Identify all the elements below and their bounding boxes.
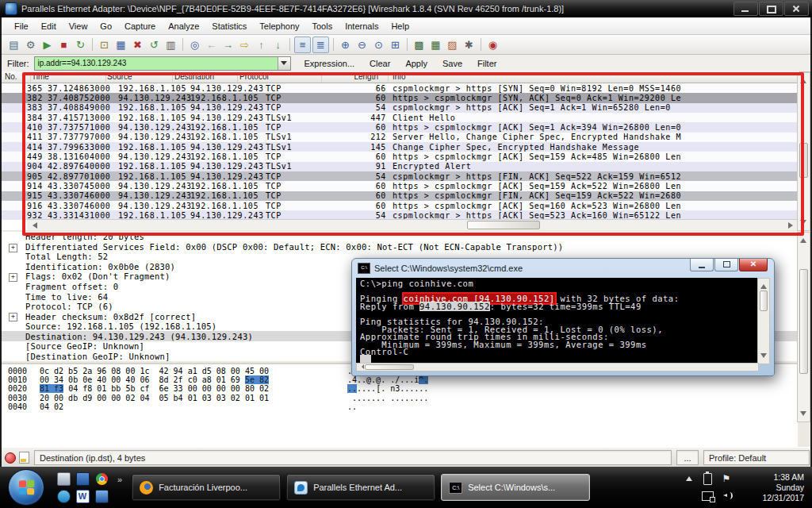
capture-start-icon[interactable]: ▶ xyxy=(40,37,55,52)
menu-go[interactable]: Go xyxy=(94,20,118,33)
display-filters-icon[interactable]: ▦ xyxy=(428,37,443,52)
column-header-source[interactable]: Source xyxy=(107,72,132,81)
colorize-toggle-icon[interactable]: ≡ xyxy=(294,37,311,53)
resize-columns-icon[interactable]: ⊞ xyxy=(388,37,403,52)
expander-icon[interactable] xyxy=(9,273,17,282)
capture-restart-icon[interactable]: ↻ xyxy=(73,37,88,52)
start-button[interactable] xyxy=(8,469,44,506)
packet-row-414[interactable]: 41437.799633000192.168.1.10594.130.129.2… xyxy=(2,142,799,152)
expander-icon[interactable] xyxy=(9,244,17,252)
go-to-packet-icon[interactable]: ⇨ xyxy=(237,37,252,52)
filter-button-save[interactable]: Save xyxy=(441,57,464,70)
parallels-icon[interactable] xyxy=(76,472,90,486)
filter-button-expression[interactable]: Expression... xyxy=(303,57,357,70)
display-icon[interactable] xyxy=(95,490,109,503)
taskbar-overflow-chevron[interactable]: » xyxy=(117,475,122,484)
go-back-icon[interactable]: ← xyxy=(204,37,219,52)
packet-row-384[interactable]: 38437.415713000192.168.1.10594.130.129.2… xyxy=(2,113,799,122)
reload-icon[interactable]: ↺ xyxy=(147,37,162,52)
column-header-info[interactable]: Info xyxy=(393,72,406,81)
menu-telephony[interactable]: Telephony xyxy=(253,20,305,33)
print-icon[interactable]: ▥ xyxy=(163,37,178,52)
hex-row[interactable]: 004004 02.. xyxy=(2,402,798,411)
chrome-icon[interactable] xyxy=(96,473,108,485)
word-icon[interactable] xyxy=(76,490,90,503)
autoscroll-toggle-icon[interactable]: ≣ xyxy=(312,37,329,53)
go-top-icon[interactable]: ↑ xyxy=(254,37,269,52)
capture-options-icon[interactable]: ⚙ xyxy=(23,37,38,52)
help-icon[interactable]: ◉ xyxy=(485,37,500,52)
menu-analyze[interactable]: Analyze xyxy=(162,20,205,33)
packet-row-914[interactable]: 91443.33074500094.130.129.243192.168.1.1… xyxy=(2,181,799,190)
battery-icon[interactable] xyxy=(703,473,712,485)
taskbar-button-2[interactable]: Parallels Ethernet Ad... xyxy=(286,474,435,501)
cmd-close-button[interactable] xyxy=(739,259,768,271)
capture-stop-icon[interactable]: ■ xyxy=(56,37,71,52)
interfaces-icon[interactable]: ▤ xyxy=(6,37,21,52)
preferences-icon[interactable]: ✱ xyxy=(462,37,477,52)
packet-row-410[interactable]: 41037.73757100094.130.129.243192.168.1.1… xyxy=(2,122,799,132)
hex-row[interactable]: 001000 34 0b 0e 40 00 40 06 8d 2f c0 a8 … xyxy=(2,375,798,384)
cmd-maximize-button[interactable] xyxy=(714,259,738,271)
menu-statistics[interactable]: Statistics xyxy=(205,20,253,33)
menu-edit[interactable]: Edit xyxy=(35,20,63,33)
cmd-hscrollbar[interactable] xyxy=(356,363,759,371)
column-header-no[interactable]: No. xyxy=(5,72,17,81)
minimize-button[interactable] xyxy=(733,2,758,16)
zoom-100-icon[interactable]: ⊙ xyxy=(371,37,386,52)
close-file-icon[interactable]: ✖ xyxy=(130,37,145,52)
packet-list-vscrollbar[interactable] xyxy=(797,72,810,231)
packet-row-905[interactable]: 90542.897701000192.168.1.10594.130.129.2… xyxy=(2,171,799,181)
filter-input[interactable]: ip.addr==94.130.129.243 xyxy=(34,56,291,71)
zoom-out-icon[interactable]: ⊖ xyxy=(354,37,370,52)
filter-button-clear[interactable]: Clear xyxy=(368,57,392,70)
menu-internals[interactable]: Internals xyxy=(339,20,385,33)
open-file-icon[interactable]: ⊡ xyxy=(97,37,112,52)
expander-icon[interactable] xyxy=(9,313,17,321)
coloring-rules-icon[interactable]: ▨ xyxy=(445,37,460,52)
menu-capture[interactable]: Capture xyxy=(118,20,162,33)
menu-tools[interactable]: Tools xyxy=(306,20,339,33)
menu-file[interactable]: File xyxy=(8,20,35,33)
packet-row-383[interactable]: 38337.408849000192.168.1.10594.130.129.2… xyxy=(2,103,799,113)
cmd-console[interactable]: C:\>ping coinhive.comPinging coinhive.co… xyxy=(356,278,759,364)
packet-row-449[interactable]: 44938.13160400094.130.129.243192.168.1.1… xyxy=(2,152,799,161)
packet-row-382[interactable]: 38237.40875200094.130.129.243192.168.1.1… xyxy=(2,93,799,102)
find-packet-icon[interactable]: ◎ xyxy=(187,37,202,52)
detail-line[interactable]: Header length: 20 bytes xyxy=(2,232,798,242)
filter-button-apply[interactable]: Apply xyxy=(404,57,429,70)
capture-filters-icon[interactable]: ▩ xyxy=(412,37,427,52)
taskbar-button-3[interactable]: Select C:\Windows\s... xyxy=(441,474,590,501)
details-vscrollbar[interactable] xyxy=(797,232,810,422)
messenger-icon[interactable] xyxy=(57,490,71,503)
taskbar-clock[interactable]: 1:38 AM Sunday 12/31/2017 xyxy=(741,472,804,503)
packet-row-916[interactable]: 91643.33074600094.130.129.243192.168.1.1… xyxy=(2,201,799,210)
packet-row-915[interactable]: 91543.33074600094.130.129.243192.168.1.1… xyxy=(2,191,799,201)
menu-help[interactable]: Help xyxy=(385,20,416,33)
close-button[interactable] xyxy=(784,2,809,16)
expert-info-icon[interactable] xyxy=(5,452,16,464)
column-header-protocol[interactable]: Protocol xyxy=(239,72,269,81)
zoom-in-icon[interactable]: ⊕ xyxy=(338,37,353,52)
filter-button-filter[interactable]: Filter xyxy=(476,57,498,70)
hex-row[interactable]: 002081 f3 04 f8 01 bb 5b cf 6e 33 00 00 … xyxy=(2,384,798,393)
go-forward-icon[interactable]: → xyxy=(220,37,236,52)
show-hidden-icons-button[interactable] xyxy=(686,473,692,481)
status-ellipsis[interactable]: ... xyxy=(676,450,699,465)
go-bottom-icon[interactable]: ↓ xyxy=(270,37,285,52)
column-header-length[interactable]: Length xyxy=(324,72,378,81)
column-header-time[interactable]: Time xyxy=(32,72,49,81)
capture-comment-icon[interactable] xyxy=(19,452,29,464)
packet-list-hscrollbar[interactable] xyxy=(27,219,799,230)
shortcut-icon[interactable] xyxy=(57,472,71,486)
volume-icon[interactable] xyxy=(721,491,732,501)
cmd-minimize-button[interactable] xyxy=(690,259,714,271)
column-header-destination[interactable]: Destination xyxy=(174,72,214,81)
action-center-flag-icon[interactable]: ⚑ xyxy=(722,474,731,483)
taskbar-button-1[interactable]: Facturación Liverpoo... xyxy=(132,474,281,501)
menu-view[interactable]: View xyxy=(63,20,94,33)
save-file-icon[interactable]: ▦ xyxy=(113,37,128,52)
hex-row[interactable]: 003020 00 db d9 00 00 02 04 05 b4 01 03 … xyxy=(2,394,798,402)
network-icon[interactable] xyxy=(702,491,714,501)
detail-line[interactable]: Differentiated Services Field: 0x00 (DSC… xyxy=(2,242,798,252)
